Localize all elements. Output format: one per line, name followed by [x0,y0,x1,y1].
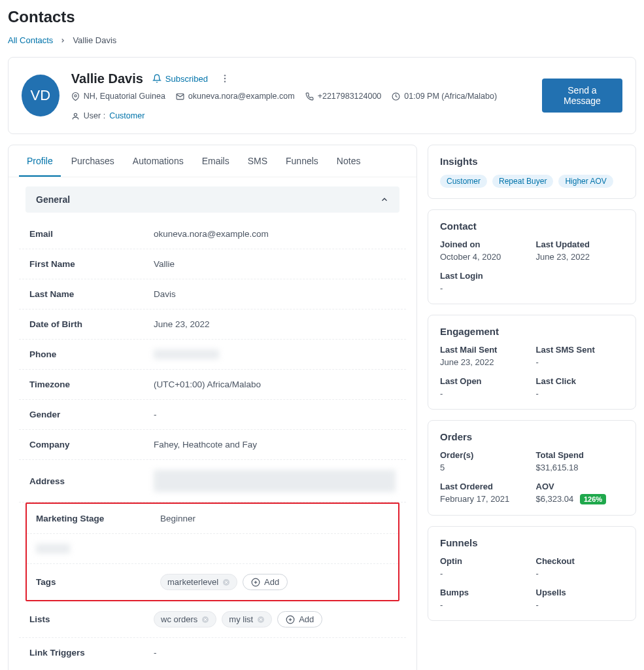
redacted-value: +2217983124000 [154,349,219,359]
field-email: Email okuneva.nora@example.com [19,219,406,249]
meta-phone: +2217983124000 [305,92,382,101]
breadcrumb: All Contacts Vallie Davis [8,35,636,45]
subscribed-badge: Subscribed [152,74,208,84]
tab-emails[interactable]: Emails [194,145,237,177]
tab-purchases[interactable]: Purchases [63,145,122,177]
user-icon [71,112,80,120]
field-gender: Gender - [19,400,406,430]
page-title: Contacts [8,8,636,26]
add-tag-button[interactable]: Add [243,574,288,590]
funnels-card: Funnels Optin- Checkout- Bumps- Upsells- [428,526,636,621]
list-chip: my list [222,611,272,627]
svg-point-1 [224,78,226,79]
field-lists: Lists wc orders my list [19,601,406,638]
tab-notes[interactable]: Notes [329,145,369,177]
svg-point-3 [75,94,76,96]
tab-funnels[interactable]: Funnels [278,145,326,177]
contact-info-card: Contact Joined onOctober 4, 2020 Last Up… [428,209,636,304]
contact-name: Vallie Davis [71,71,143,86]
orders-title: Orders [440,431,624,442]
remove-list-button[interactable] [257,616,265,624]
meta-user: User : Customer [71,111,145,120]
avatar: VD [22,75,59,116]
tab-sms[interactable]: SMS [240,145,275,177]
svg-point-6 [74,113,76,116]
dots-vertical-icon [220,73,230,84]
field-link-triggers: Link Triggers - [19,638,406,667]
meta-location: NH, Equatorial Guinea [71,92,165,101]
svg-point-2 [224,80,226,82]
contact-header-card: VD Vallie Davis Subscribed [8,57,636,134]
orders-card: Orders Order(s)5 Total Spend$31,615.18 L… [428,420,636,516]
tag-chip: marketerlevel [160,574,237,590]
clock-icon [392,92,400,101]
plus-circle-icon [286,615,295,624]
profile-tabs-card: Profile Purchases Automations Emails SMS… [8,145,417,670]
send-message-button[interactable]: Send a Message [542,79,622,113]
highlighted-section: Marketing Stage Beginner redacted Tags m… [25,502,399,601]
engagement-card: Engagement Last Mail SentJune 23, 2022 L… [428,315,636,410]
subscribed-label: Subscribed [165,74,208,84]
contact-info-title: Contact [440,220,624,232]
insights-card: Insights Customer Repeat Buyer Higher AO… [428,145,636,199]
breadcrumb-current: Vallie Davis [73,35,116,45]
tab-automations[interactable]: Automations [125,145,192,177]
tabs: Profile Purchases Automations Emails SMS… [8,145,416,177]
general-section-title: General [36,194,70,205]
field-last-name: Last Name Davis [19,279,406,309]
more-actions-button[interactable] [217,71,233,86]
insight-badge: Higher AOV [558,175,613,188]
tab-profile[interactable]: Profile [19,145,61,177]
field-tags: Tags marketerlevel [27,564,398,600]
field-timezone: Timezone (UTC+01:00) Africa/Malabo [19,370,406,400]
field-first-name: First Name Vallie [19,249,406,279]
field-dob: Date of Birth June 23, 2022 [19,309,406,340]
field-address: Address redacted [19,460,406,502]
location-icon [71,92,80,101]
field-marketing-stage: Marketing Stage Beginner [27,504,398,534]
field-phone: Phone +2217983124000 [19,340,406,370]
user-link[interactable]: Customer [109,111,144,120]
redacted-value: redacted [154,470,396,492]
plus-circle-icon [251,578,260,587]
add-list-button[interactable]: Add [277,611,322,627]
bell-icon [152,74,161,83]
insight-badge: Customer [440,175,487,188]
meta-email: okuneva.nora@example.com [176,92,295,101]
field-hidden: redacted [27,534,398,564]
redacted-label: redacted [36,544,70,554]
general-section-header[interactable]: General [25,186,399,213]
list-chip: wc orders [154,611,216,627]
chevron-up-icon [380,195,389,204]
mail-icon [176,92,184,101]
phone-icon [305,92,314,101]
meta-time: 01:09 PM (Africa/Malabo) [392,92,497,101]
remove-list-button[interactable] [201,616,209,624]
funnels-title: Funnels [440,537,624,548]
breadcrumb-all-contacts[interactable]: All Contacts [8,35,53,45]
aov-pct-badge: 126% [580,494,606,504]
remove-tag-button[interactable] [222,578,230,586]
engagement-title: Engagement [440,326,624,337]
insights-title: Insights [440,156,624,167]
insight-badge: Repeat Buyer [492,175,553,188]
chevron-right-icon [59,37,66,44]
field-company: Company Fahey, Heathcote and Fay [19,430,406,460]
svg-point-0 [224,75,226,76]
